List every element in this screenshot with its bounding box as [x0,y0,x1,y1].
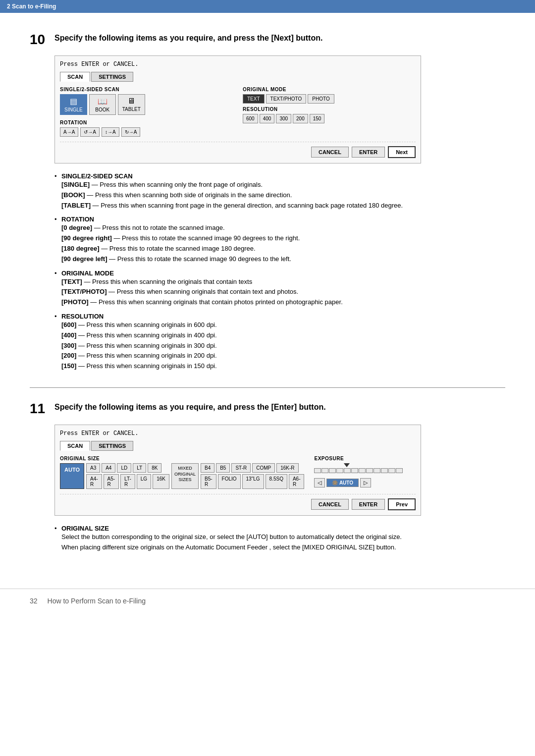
exp-seg-11 [388,468,395,473]
size-folio[interactable]: FOLIO [218,474,241,489]
size-a4[interactable]: A4 [102,463,115,473]
size-a6r[interactable]: A6-R [289,474,305,489]
exp-seg-5 [344,468,351,473]
scan-btn-tablet[interactable]: 🖥 TABLET [118,94,145,115]
rot-btn-90r[interactable]: ↺→A [80,127,100,137]
step-11-title: Specify the following items as you requi… [54,402,326,413]
size-85sq[interactable]: 8.5SQ [266,474,287,489]
auto-button-11[interactable]: AUTO [60,463,84,489]
cancel-button-10[interactable]: CANCEL [311,147,349,158]
tab-settings-11[interactable]: SETTINGS [91,441,133,451]
size-lg[interactable]: LG [137,474,151,489]
size-lt[interactable]: LT [133,463,146,473]
size-b5[interactable]: B5 [216,463,230,473]
size-row-4: B5-R FOLIO 13"LG 8.5SQ A6-R [201,474,305,489]
mode-btn-textphoto[interactable]: TEXT/PHOTO [266,94,307,104]
divider [30,387,505,388]
orig-mode-label: ORIGINAL MODE [243,87,416,92]
orig-size-rows-2: B4 B5 ST-R COMP 16K-R B5-R FOLIO 13"LG 8… [201,463,305,489]
tab-bar-11: SCAN SETTINGS [60,441,416,451]
res-btn-400[interactable]: 400 [260,114,275,123]
size-b5r[interactable]: B5-R [201,474,216,489]
orig-size-rows: A3 A4 LD LT 8K A4-R A5-R LT-R LG [86,463,169,489]
size-row-3: B4 B5 ST-R COMP 16K-R [201,463,305,473]
step-11-number: 11 [30,402,48,416]
mode-btn-photo[interactable]: PHOTO [308,94,334,104]
mode-btn-text[interactable]: TEXT [243,94,265,104]
size-row-1: A3 A4 LD LT 8K [86,463,169,473]
exp-auto-button[interactable]: 🔆 AUTO [326,479,359,487]
header-label: 2 Scan to e-Filing [7,3,56,10]
size-a5r[interactable]: A5-R [104,474,119,489]
rot-btn-0[interactable]: A→A [60,127,78,137]
scan-btn-single[interactable]: ▤ SINGLE [60,94,87,115]
res-btn-600[interactable]: 600 [243,114,258,123]
single-icon: ▤ [70,97,77,106]
size-a4r[interactable]: A4-R [86,474,102,489]
tablet-label: TABLET [122,107,141,112]
ui-panel-10: Press ENTER or CANCEL. SCAN SETTINGS SIN… [54,55,421,163]
press-enter-text-11: Press ENTER or CANCEL. [60,430,416,437]
step-10-number: 10 [30,33,48,47]
bullet-title-orig-size: ORIGINAL SIZE [61,525,505,532]
orig-size-label: ORIGINAL SIZE [60,456,304,461]
exp-seg-7 [359,468,366,473]
size-a3[interactable]: A3 [86,463,100,473]
step-11-section: 11 Specify the following items as you re… [30,402,505,553]
size-str[interactable]: ST-R [231,463,251,473]
right-panel-10: ORIGINAL MODE TEXT TEXT/PHOTO PHOTO RESO… [243,87,416,137]
tab-settings-10[interactable]: SETTINGS [91,72,133,82]
size-comp[interactable]: COMP [252,463,275,473]
exp-seg-10 [381,468,388,473]
exp-seg-3 [329,468,336,473]
bullet-body-rotation: [0 degree] — Press this not to rotate th… [61,223,505,264]
bullet-orig-size: ORIGINAL SIZE Select the button correspo… [54,525,505,553]
mixed-original-button[interactable]: MIXEDORIGINALSIZES [171,463,199,489]
tab-bar-10: SCAN SETTINGS [60,72,416,82]
cancel-button-11[interactable]: CANCEL [311,499,349,510]
next-button-10[interactable]: Next [388,146,416,158]
left-panel-10: SINGLE/2-SIDED SCAN ▤ SINGLE 📖 BOOK [60,87,233,137]
bullet-resolution: RESOLUTION [600] — Press this when scann… [54,313,505,372]
bullet-title-orig-mode: ORIGINAL MODE [61,270,505,277]
enter-button-11[interactable]: ENTER [352,499,385,510]
panel-footer-11: CANCEL ENTER Prev [60,494,416,510]
scan-btn-book[interactable]: 📖 BOOK [89,94,116,115]
prev-button-11[interactable]: Prev [388,498,416,510]
right-panel-11: EXPOSURE [314,456,416,487]
tab-scan-11[interactable]: SCAN [60,441,90,451]
book-label: BOOK [95,107,109,112]
bullet-body-orig-mode: [TEXT] — Press this when scanning the or… [61,277,505,308]
exp-seg-2 [321,468,328,473]
size-13lg[interactable]: 13"LG [242,474,264,489]
rot-btn-180[interactable]: ↕→A [102,127,119,137]
ui-panel-11: Press ENTER or CANCEL. SCAN SETTINGS ORI… [54,425,421,516]
resolution-label: RESOLUTION [243,107,416,112]
panel-body-11: ORIGINAL SIZE AUTO A3 A4 LD LT 8K [60,456,416,489]
exp-decrease-button[interactable]: ◁ [314,478,325,487]
exp-seg-9 [374,468,380,473]
enter-button-10[interactable]: ENTER [352,147,385,158]
size-16kr[interactable]: 16K-R [276,463,298,473]
size-b4[interactable]: B4 [201,463,214,473]
exp-controls: ◁ 🔆 AUTO ▷ [314,478,416,487]
size-ltr[interactable]: LT-R [120,474,135,489]
rot-btn-90l[interactable]: ↻→A [121,127,141,137]
rotation-buttons-10: A→A ↺→A ↕→A ↻→A [60,127,233,137]
size-16k[interactable]: 16K [153,474,169,489]
header-bar: 2 Scan to e-Filing [0,0,535,13]
res-btn-300[interactable]: 300 [276,114,291,123]
res-btn-200[interactable]: 200 [293,114,308,123]
size-ld[interactable]: LD [117,463,131,473]
exposure-bar [314,468,403,473]
res-btn-150[interactable]: 150 [310,114,325,123]
exposure-triangle [344,463,350,467]
exp-seg-12 [396,468,403,473]
single-label: SINGLE [64,107,83,112]
exp-increase-button[interactable]: ▷ [360,478,371,487]
bullet-title-single: SINGLE/2-SIDED SCAN [61,172,505,180]
bullet-list-10: SINGLE/2-SIDED SCAN [SINGLE] — Press thi… [54,172,505,372]
bullet-body-orig-size: Select the button corresponding to the o… [61,532,505,553]
tab-scan-10[interactable]: SCAN [60,72,90,82]
size-8k[interactable]: 8K [148,463,161,473]
